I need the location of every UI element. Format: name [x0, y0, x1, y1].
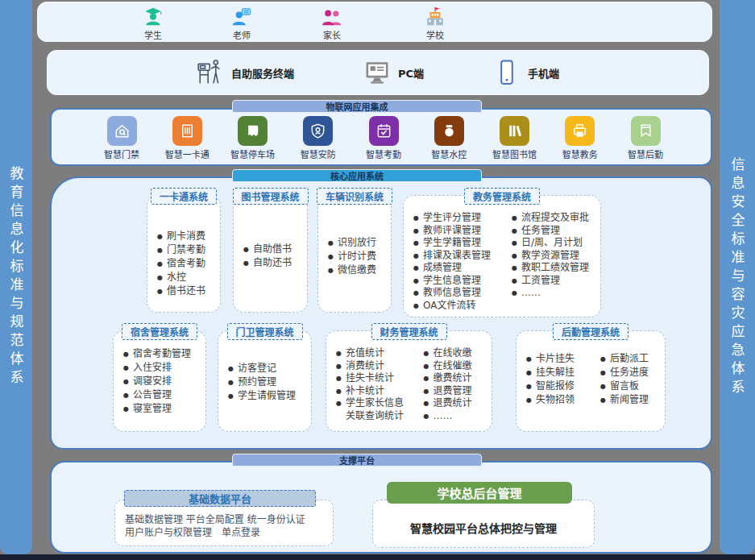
list-item: 后勤派工 [600, 352, 660, 366]
list-item: 充值统计 [336, 347, 409, 360]
device-item-kiosk: 自助服务终端 [197, 59, 294, 86]
bottom-edge-strip [0, 554, 755, 560]
system-box-dormitory: 宿舍管理系统 宿舍考勤管理 入住安排 调寝安排 公告管理 寝室管理 [113, 330, 206, 432]
iot-item-library: 智慧图书馆 [483, 116, 546, 160]
system-box-gatekeeper: 门卫管理系统 访客登记 预约管理 学生请假管理 [218, 330, 312, 432]
system-title: 图书管理系统 [232, 188, 308, 205]
list-item: 在线收缴 [423, 347, 487, 360]
list-item: 学生信息管理 [413, 275, 497, 288]
iot-item-label: 智慧后勤 [614, 147, 677, 160]
user-item-label: 老师 [215, 28, 268, 41]
user-item-label: 学校 [409, 28, 462, 41]
system-item-list: 刷卡消费 门禁考勤 宿舍考勤 水控 借书还书 [147, 230, 220, 298]
iot-item-academic: 智慧教务 [549, 116, 612, 160]
system-item-list: 充值统计 消费统计 挂失卡统计 补卡统计 学生家长信息关联查询统计 [326, 347, 413, 422]
iot-item-label: 智慧水控 [417, 147, 480, 160]
iot-item-label: 智慧门禁 [90, 147, 153, 160]
right-standard-bar: 信息安全标准与容灾应急体系 [720, 0, 755, 554]
list-item: …… [512, 287, 595, 300]
iot-item-water: 智慧水控 [417, 116, 480, 160]
list-item: 留言板 [600, 380, 660, 393]
list-item: 水控 [157, 271, 215, 284]
list-item: 退费管理 [423, 385, 487, 398]
school-admin-title: 学校总后台管理 [387, 482, 572, 504]
support-panel: 基础数据平台 基础数据管理 平台全局配置 统一身份认证 用户账户与权限管理 单点… [50, 461, 712, 554]
iot-item-onecard: 智慧一卡通 [156, 116, 218, 160]
iot-panel: 智慧门禁 智慧一卡通 智慧停车场 [50, 108, 712, 166]
phone-icon [493, 59, 521, 86]
list-item: 教学资源管理 [512, 250, 595, 263]
device-item-label: PC端 [398, 65, 424, 81]
left-standard-label: 教育信息化标准与规范体系 [6, 166, 27, 388]
iot-item-label: 智慧考勤 [352, 147, 415, 160]
user-item-label: 学生 [127, 28, 180, 41]
system-item-list: 学生评分管理 教师评课管理 学生学籍管理 排课及课表管理 成绩管理 学生信息管理… [404, 212, 502, 312]
list-item: 补卡统计 [336, 385, 409, 398]
list-item: 任务进度 [600, 366, 660, 380]
system-item-list: 后勤派工 任务进度 留言板 新闻管理 [591, 352, 665, 407]
list-item: 新闻管理 [600, 393, 660, 407]
logistics-banner-icon [631, 116, 661, 146]
library-books-icon [500, 116, 529, 146]
iot-item-label: 智慧教务 [549, 147, 612, 160]
list-item: 识别放行 [328, 236, 386, 250]
device-item-label: 自助服务终端 [231, 65, 294, 81]
system-title: 一卡通系统 [151, 188, 217, 205]
system-item-list: 访客登记 预约管理 学生请假管理 [218, 362, 311, 403]
parking-card-icon [238, 116, 268, 146]
system-box-academic: 教务管理系统 学生评分管理 教师评课管理 学生学籍管理 排课及课表管理 成绩管理… [403, 195, 601, 317]
academic-printer-icon [565, 116, 595, 146]
user-item-student: 学生 [127, 6, 180, 41]
pc-icon [363, 59, 391, 86]
list-item: 排课及课表管理 [413, 250, 497, 263]
student-icon [143, 6, 164, 27]
list-item: …… [423, 410, 487, 423]
system-box-onecard: 一卡通系统 刷卡消费 门禁考勤 宿舍考勤 水控 借书还书 [147, 195, 221, 313]
school-admin-content: 智慧校园平台总体把控与管理 [410, 520, 557, 536]
list-item: 公告管理 [123, 388, 201, 402]
teacher-icon [231, 6, 252, 27]
system-box-finance: 财务管理系统 充值统计 消费统计 挂失卡统计 补卡统计 学生家长信息关联查询统计… [326, 330, 492, 432]
system-box-logistics: 后勤管理系统 卡片挂失 挂失解挂 智能报修 失物招领 后勤派工 任务进度 留言板… [516, 330, 666, 432]
parents-icon [321, 6, 342, 27]
core-section-header: 核心应用系统 [232, 169, 482, 182]
list-item: 挂失解挂 [526, 366, 586, 380]
iot-item-label: 智慧安防 [287, 147, 350, 160]
list-item: 计时计费 [328, 250, 386, 263]
base-platform-line1: 基础数据管理 平台全局配置 统一身份认证 [125, 513, 333, 526]
iot-item-parking: 智慧停车场 [222, 116, 284, 160]
system-title: 车辆识别系统 [317, 188, 392, 205]
list-item: 宿舍考勤 [157, 257, 215, 271]
water-control-icon [434, 116, 464, 146]
user-item-parents: 家长 [305, 6, 359, 41]
device-item-mobile: 手机端 [493, 59, 559, 86]
list-item: 教师评课管理 [413, 225, 497, 238]
list-item: 流程提交及审批 [512, 212, 595, 225]
list-item: 入住安排 [123, 361, 201, 375]
system-title: 后勤管理系统 [553, 323, 628, 340]
devices-panel: 自助服务终端 PC端 手机端 [47, 50, 709, 95]
right-standard-label: 信息安全标准与容灾应急体系 [728, 157, 748, 398]
base-platform-line2: 用户账户与权限管理 单点登录 [125, 526, 333, 539]
iot-item-security: 智慧安防 [287, 116, 350, 160]
security-shield-icon [303, 116, 333, 146]
left-standard-bar: 教育信息化标准与规范体系 [0, 0, 32, 554]
list-item: 寝室管理 [123, 402, 201, 416]
system-item-list: 在线收缴 在线催缴 缴费统计 退费管理 退费统计 …… [413, 347, 492, 422]
school-icon [425, 6, 446, 27]
base-data-platform-title: 基础数据平台 [124, 490, 316, 507]
support-section-header: 支撑平台 [232, 454, 482, 467]
system-box-library: 图书管理系统 自助借书 自助还书 [233, 195, 308, 313]
system-item-list: 流程提交及审批 任务管理 日/周、月计划 教学资源管理 教职工绩效管理 工资管理… [502, 212, 600, 312]
list-item: 自助借书 [243, 243, 302, 256]
kiosk-icon [197, 59, 224, 86]
list-item: 智能报修 [526, 380, 586, 393]
user-item-teacher: 老师 [215, 6, 268, 41]
device-item-pc: PC端 [363, 59, 424, 86]
attendance-calendar-icon [369, 116, 399, 146]
iot-item-label: 智慧一卡通 [156, 147, 218, 160]
user-item-school: 学校 [409, 6, 462, 41]
list-item: 工资管理 [512, 275, 595, 288]
system-title: 宿舍管理系统 [122, 323, 197, 340]
list-item: 学生评分管理 [413, 212, 497, 225]
